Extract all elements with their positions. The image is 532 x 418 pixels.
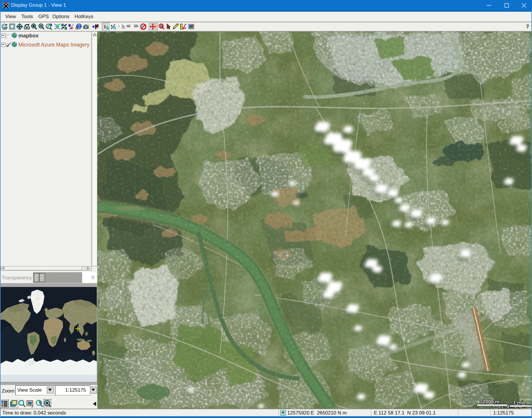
svg-text:1: 1 (104, 24, 106, 29)
svg-text:Q: Q (160, 24, 163, 28)
svg-text:?: ? (118, 25, 120, 28)
svg-text:?: ? (526, 23, 529, 29)
